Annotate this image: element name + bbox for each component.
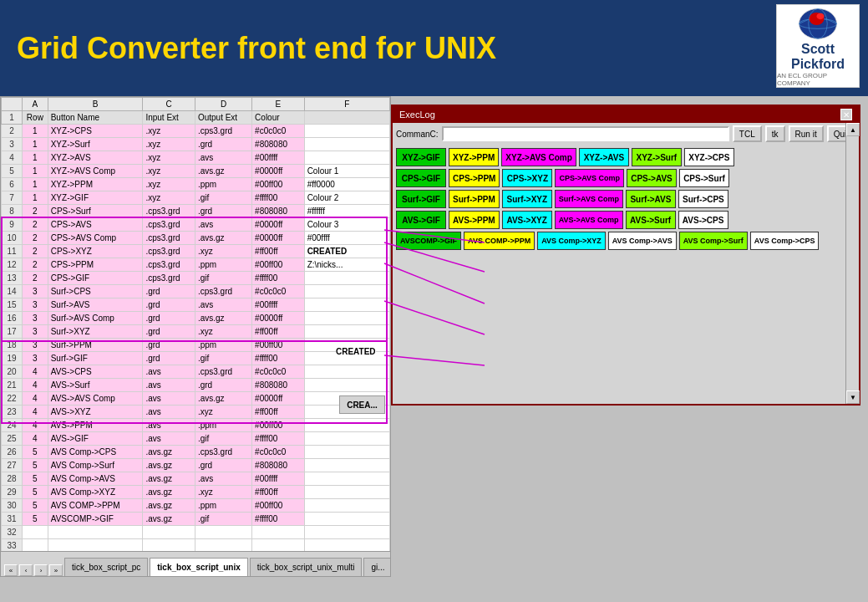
tk-button[interactable]: tk (765, 125, 785, 142)
col-e-header: E (252, 98, 305, 111)
cps-ppm-btn[interactable]: CPS->PPM (449, 169, 500, 187)
avscomp-cps-btn[interactable]: AVS Comp->CPS (750, 232, 820, 250)
row-num-22: 22 (2, 392, 23, 406)
cell-f: Colour 1 (304, 165, 389, 178)
scroll-down[interactable]: ▼ (846, 390, 860, 404)
xyz-ppm-btn[interactable]: XYZ->PPM (449, 148, 499, 166)
cell-c (143, 526, 195, 539)
cps-xyz-btn[interactable]: CPS->XYZ (502, 169, 552, 187)
row-num-30: 30 (2, 499, 23, 513)
tab-unix[interactable]: tick_box_script_unix (150, 558, 247, 576)
row-num-29: 29 (2, 486, 23, 499)
row-num-21: 21 (2, 379, 23, 392)
table-row: 32 (2, 526, 390, 539)
tab-pc[interactable]: tick_box_script_pc (64, 558, 148, 576)
nav-right-right[interactable]: » (49, 564, 63, 576)
cell-d: .xyz (195, 325, 251, 339)
cell-f (304, 513, 389, 526)
cell-e: #0000ff (252, 165, 305, 178)
row-num-20: 20 (2, 365, 23, 379)
execlog-scrollbar[interactable]: ▲ ▼ (845, 123, 859, 404)
table-row: 71XYZ->GIF.xyz.gif#ffff00Colour 2 (2, 191, 390, 205)
cps-surf-btn[interactable]: CPS->Surf (679, 169, 729, 187)
cell-b: AVS->Surf (48, 379, 143, 392)
cell-a: 4 (23, 379, 48, 392)
cell-e: #00ff00 (252, 339, 305, 352)
create-button[interactable]: CREA... (339, 395, 385, 414)
cell-d: .gif (195, 513, 251, 526)
execlog-command-bar: CommanC: TCL tk Run it Quit (393, 123, 859, 145)
cell-b: AVS->XYZ (48, 406, 143, 419)
surf-cps-btn[interactable]: Surf->CPS (678, 190, 728, 208)
cps-avscomp-btn[interactable]: CPS->AVS Comp (555, 169, 624, 187)
row-num-14: 14 (2, 285, 23, 298)
avs-avscomp-btn[interactable]: AVS->AVS Comp (555, 211, 623, 229)
nav-left-left[interactable]: « (4, 564, 18, 576)
cell-b: AVS->GIF (48, 432, 143, 446)
cps-avs-btn[interactable]: CPS->AVS (627, 169, 677, 187)
cell-1e: Colour (252, 111, 305, 125)
table-row: 305AVS COMP->PPM.avs.gz.ppm#00ff00 (2, 499, 390, 513)
surf-avs-btn[interactable]: Surf->AVS (626, 190, 676, 208)
cell-a: 5 (23, 459, 48, 472)
scroll-up[interactable]: ▲ (846, 123, 860, 136)
surf-avscomp-btn[interactable]: Surf->AVS Comp (555, 190, 623, 208)
cell-b: XYZ->Surf (48, 138, 143, 151)
row-num-32: 32 (2, 526, 23, 539)
nav-left[interactable]: ‹ (19, 564, 33, 576)
surf-ppm-btn[interactable]: Surf->PPM (449, 190, 500, 208)
tcl-button[interactable]: TCL (733, 125, 762, 142)
avscomp-xyz-btn[interactable]: AVS Comp->XYZ (537, 232, 606, 250)
avs-xyz-btn[interactable]: AVS->XYZ (502, 211, 552, 229)
table-row: 92CPS->AVS.cps3.grd.avs#0000ffColour 3 (2, 218, 390, 232)
xyz-avscomp-btn[interactable]: XYZ->AVS Comp (501, 148, 576, 166)
surf-gif-btn[interactable]: Surf->GIF (396, 190, 446, 208)
avscomp-gif-btn[interactable]: AVSCOMP->GIF (396, 232, 461, 250)
execlog-close-button[interactable]: ✕ (840, 109, 852, 120)
execlog-title-text: ExecLog (399, 110, 435, 120)
cell-a: 4 (23, 406, 48, 419)
avs-cps-btn[interactable]: AVS->CPS (678, 211, 728, 229)
cell-d: .cps3.grd (195, 365, 251, 379)
row-num-28: 28 (2, 472, 23, 486)
cell-e: #ff00ff (252, 486, 305, 499)
execlog-titlebar: ExecLog ✕ (393, 106, 859, 123)
cps-gif-btn[interactable]: CPS->GIF (396, 169, 446, 187)
cell-c: .xyz (143, 178, 195, 191)
xyz-avs-btn[interactable]: XYZ->AVS (579, 148, 629, 166)
cell-c: .cps3.grd (143, 245, 195, 258)
cell-1f (304, 111, 389, 125)
cell-f (304, 459, 389, 472)
tab-gi[interactable]: gi... (363, 558, 391, 576)
cell-a: 4 (23, 432, 48, 446)
cell-a: 1 (23, 165, 48, 178)
cell-c: .cps3.grd (143, 218, 195, 232)
tab-unix-multi[interactable]: tick_box_script_unix_multi (250, 558, 363, 576)
avscomp-avs-btn[interactable]: AVS Comp->AVS (608, 232, 677, 250)
avs-gif-btn[interactable]: AVS->GIF (396, 211, 446, 229)
row-num-13: 13 (2, 272, 23, 285)
cell-f (304, 125, 389, 138)
cell-c: .avs (143, 379, 195, 392)
avscomp-surf-btn[interactable]: AVS Comp->Surf (679, 232, 748, 250)
nav-right[interactable]: › (34, 564, 48, 576)
surf-xyz-btn[interactable]: Surf->XYZ (502, 190, 552, 208)
cell-a: 3 (23, 325, 48, 339)
row-num-8: 8 (2, 205, 23, 218)
runit-button[interactable]: Run it (789, 125, 824, 142)
avs-ppm-btn[interactable]: AVS->PPM (449, 211, 500, 229)
cell-c: .avs (143, 419, 195, 432)
cell-f (304, 472, 389, 486)
avscomp-ppm-btn[interactable]: AVS COMP->PPM (464, 232, 535, 250)
table-row: 132CPS->GIF.cps3.grd.gif#ffff00 (2, 272, 390, 285)
avs-surf-btn[interactable]: AVS->Surf (626, 211, 676, 229)
xyz-gif-btn[interactable]: XYZ->GIF (396, 148, 446, 166)
spreadsheet-table: A B C D E F 1 Row Button Name Input Ext … (1, 97, 390, 553)
column-headers: A B C D E F (2, 98, 390, 111)
command-input[interactable] (442, 126, 729, 141)
cell-e: #c0c0c0 (252, 285, 305, 298)
xyz-cps-btn[interactable]: XYZ->CPS (684, 148, 734, 166)
logo-name1: Scott (801, 42, 835, 57)
cell-d: .grd (195, 205, 251, 218)
xyz-surf-btn[interactable]: XYZ->Surf (632, 148, 682, 166)
